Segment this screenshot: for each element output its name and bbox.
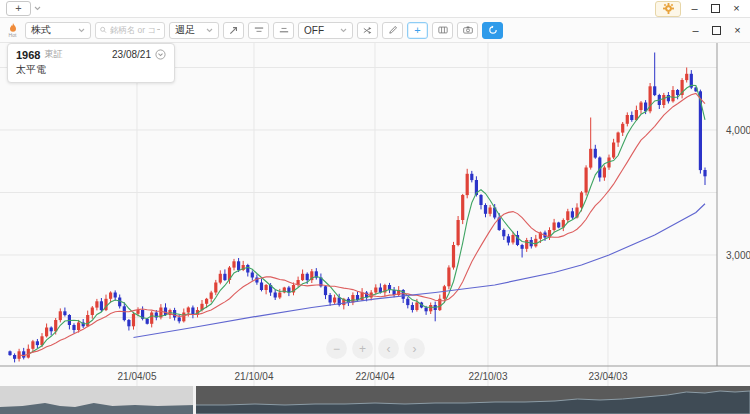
- navigator-selected-range[interactable]: [196, 386, 750, 414]
- svg-text:21/04/05: 21/04/05: [118, 371, 157, 382]
- trend-arrow-icon[interactable]: [223, 22, 244, 39]
- svg-text:22/04/04: 22/04/04: [356, 371, 395, 382]
- camera-capture-icon[interactable]: [457, 22, 478, 39]
- svg-text:21/10/04: 21/10/04: [235, 371, 274, 382]
- svg-text:23/04/03: 23/04/03: [589, 371, 628, 382]
- range-navigator[interactable]: [0, 386, 750, 414]
- align-top-icon[interactable]: [248, 22, 269, 39]
- svg-text:3,000: 3,000: [726, 250, 750, 261]
- period-value: 週足: [175, 23, 195, 37]
- overlay-value: OFF: [304, 25, 324, 36]
- info-expand-chevron-icon[interactable]: [155, 49, 166, 60]
- price-chart-svg[interactable]: 4,0003,00021/04/0521/10/0422/04/0422/10/…: [0, 43, 750, 386]
- close-button[interactable]: ×: [731, 3, 742, 15]
- draw-pencil-icon[interactable]: [382, 22, 403, 39]
- exchange-label: 東証: [44, 48, 62, 61]
- chevron-down-icon: [340, 28, 347, 33]
- add-tab-button[interactable]: +: [6, 1, 31, 16]
- outer-window-buttons: – ×: [689, 3, 742, 15]
- chart-maximize-button[interactable]: [711, 24, 722, 36]
- symbol-search-box[interactable]: [95, 22, 165, 39]
- symbol-info-card: 1968 東証 23/08/21 太平電: [7, 43, 175, 83]
- grid-layout-icon[interactable]: [432, 22, 453, 39]
- align-bottom-icon[interactable]: [273, 22, 294, 39]
- flame-icon: [9, 23, 17, 32]
- titlebar-controls: – ×: [655, 1, 744, 17]
- overlay-off-select[interactable]: OFF: [298, 22, 353, 39]
- market-type-select[interactable]: 株式: [25, 22, 91, 39]
- svg-text:22/10/03: 22/10/03: [469, 371, 508, 382]
- navigator-range-handle[interactable]: [193, 386, 196, 414]
- chart-application-window: + – ×: [0, 0, 750, 414]
- add-indicator-plus-button[interactable]: +: [407, 22, 428, 39]
- last-date-label: 23/08/21: [112, 49, 151, 60]
- search-icon: [100, 26, 107, 34]
- maximize-button[interactable]: [710, 3, 721, 15]
- chevron-down-icon: [206, 28, 213, 33]
- svg-text:4,000: 4,000: [726, 125, 750, 136]
- tab-list-chevron-down-icon[interactable]: [34, 6, 41, 11]
- refresh-icon[interactable]: [482, 22, 503, 39]
- chart-navigation-buttons: − + ‹ ›: [326, 338, 425, 359]
- chart-toolbar: Hot 株式 週足: [0, 18, 750, 43]
- zoom-in-button[interactable]: +: [352, 338, 373, 359]
- symbol-code: 1968: [16, 49, 40, 61]
- symbol-name: 太平電: [16, 63, 166, 77]
- period-select[interactable]: 週足: [169, 22, 219, 39]
- minimize-button[interactable]: –: [689, 3, 700, 15]
- chart-window-buttons: – ×: [690, 24, 743, 36]
- symbol-search-input[interactable]: [110, 25, 160, 35]
- scroll-left-button[interactable]: ‹: [378, 338, 399, 359]
- market-type-value: 株式: [31, 23, 51, 37]
- chart-close-button[interactable]: ×: [732, 24, 743, 36]
- titlebar: + – ×: [0, 0, 750, 18]
- settings-gear-icon[interactable]: [655, 1, 681, 17]
- zoom-out-button[interactable]: −: [326, 338, 347, 359]
- compare-shuffle-icon[interactable]: [357, 22, 378, 39]
- hot-ranking-button[interactable]: Hot: [5, 23, 20, 38]
- scroll-right-button[interactable]: ›: [404, 338, 425, 359]
- chart-minimize-button[interactable]: –: [690, 24, 701, 36]
- chevron-down-icon: [78, 28, 85, 33]
- hot-label: Hot: [9, 33, 17, 38]
- chart-plot-area[interactable]: 4,0003,00021/04/0521/10/0422/04/0422/10/…: [0, 43, 750, 386]
